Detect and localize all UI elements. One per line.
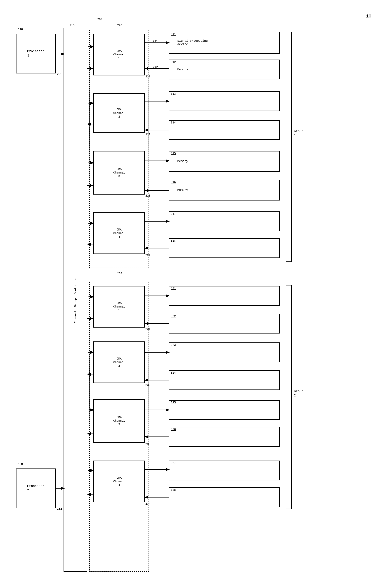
ref-242: 242 [153,66,158,69]
ref-313: 313 [171,92,176,95]
ref-202: 202 [57,507,62,510]
device-313 [169,91,280,111]
dma-g1-ch4: DMAChannel4 [93,212,145,254]
ref-232: 232 [145,383,150,387]
device-315-text: Memory [177,160,188,163]
ref-328: 328 [171,488,176,492]
device-314 [169,120,280,140]
dma-g1-ch1: DMAChannel1 [93,34,145,75]
group2-label: Group2 [294,389,303,398]
processor1-label: Processor3 [27,49,44,58]
device-315: Memory [169,151,280,172]
device-317 [169,212,280,231]
ref-222: 222 [145,133,150,136]
device-321 [169,286,280,306]
dma-g1-ch3: DMAChannel3 [93,151,145,194]
ref-241: 241 [153,40,158,43]
ref-201: 201 [57,72,62,76]
device-316: Memory [169,180,280,201]
device-328 [169,487,280,507]
processor1-box: Processor3 [16,34,56,73]
group2-bracket [286,285,292,509]
dma-g2-ch2: DMAChannel2 [93,341,145,383]
device-322 [169,314,280,333]
ref-326: 326 [171,428,176,431]
ref-324: 324 [171,371,176,375]
ref-315: 315 [171,152,176,155]
ref-318: 318 [171,239,176,242]
ref-323: 323 [171,343,176,347]
ref-316: 316 [171,181,176,184]
ref-231: 231 [145,328,150,331]
ref-210: 210 [70,24,74,27]
ref-327: 327 [171,462,176,465]
dma-g2-ch3: DMAChannel3 [93,399,145,443]
device-325 [169,400,280,420]
diagram-container: 10 200 210 220 230 110 Processor3 201 12… [12,12,377,580]
device-316-text: Memory [177,188,188,192]
ref-314: 314 [171,121,176,124]
cgc-box: Channel Group Controller [64,28,87,572]
ref-234: 234 [145,502,150,505]
device-318 [169,238,280,258]
device-323 [169,342,280,362]
device-312-text: Memory [177,68,188,71]
ref-312: 312 [171,61,176,64]
cgc-label: Channel Group Controller [73,277,78,323]
ref-325: 325 [171,401,176,404]
device-324 [169,370,280,390]
ref-120: 120 [18,463,23,466]
ref-322: 322 [171,315,176,318]
device-327 [169,461,280,480]
ref-321: 321 [171,287,176,290]
dma-g1-ch2: DMAChannel2 [93,93,145,133]
ref-233: 233 [145,443,150,446]
ref-110: 110 [18,28,23,31]
processor2-label: Processor2 [27,484,44,493]
group1-label: Group1 [294,129,303,138]
ref-224: 224 [145,254,150,257]
group1-bracket [286,32,292,262]
dma-g2-ch4: DMAChannel4 [93,461,145,502]
ref-10: 10 [366,14,371,19]
dma-g2-ch1: DMAChannel1 [93,286,145,328]
processor2-box: Processor2 [16,469,56,508]
ref-230: 230 [117,272,122,275]
ref-223: 223 [145,194,150,197]
ref-317: 317 [171,212,176,216]
ref-200: 200 [97,18,102,21]
device-312: Memory [169,60,280,79]
device-311-text: Signal processingdevice [177,39,208,46]
ref-311: 311 [171,33,176,36]
ref-220: 220 [117,24,122,27]
ref-221: 221 [145,75,150,78]
device-311: Signal processingdevice [169,32,280,54]
device-326 [169,427,280,447]
